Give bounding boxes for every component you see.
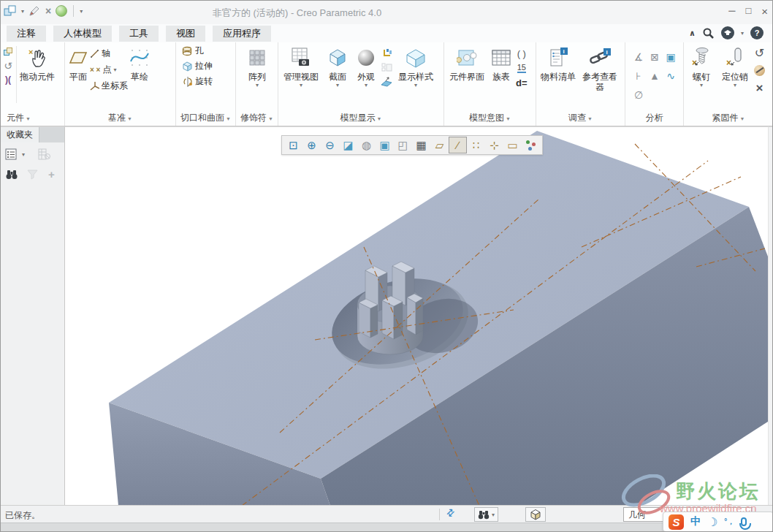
ime-punctuation-icon[interactable]: °，	[724, 517, 734, 527]
edit-pencil-icon[interactable]	[28, 5, 41, 17]
measure-extents-icon[interactable]: ⊠	[647, 48, 663, 66]
switch-dimensions-icon[interactable]: 15	[517, 64, 526, 73]
new-window-icon[interactable]	[4, 5, 17, 17]
curve-analysis-icon[interactable]: ∿	[663, 66, 679, 86]
annotation-display-icon[interactable]: ▭	[503, 137, 522, 153]
view-normal-icon[interactable]	[381, 77, 392, 87]
copy-component-icon[interactable]	[4, 48, 12, 56]
regenerate-sphere-icon[interactable]	[56, 5, 67, 17]
shading-style-icon[interactable]: ◍	[357, 137, 376, 153]
mass-properties-icon[interactable]: ▲	[647, 66, 663, 86]
appearances-button[interactable]: 外观 ▾	[353, 45, 379, 89]
parentheses-icon[interactable]: ( )	[517, 49, 526, 58]
hole-button[interactable]: 孔	[182, 45, 204, 57]
extrude-icon	[182, 61, 193, 72]
relations-icon[interactable]: d=	[516, 78, 528, 88]
pattern-button[interactable]: 阵列 ▾	[246, 45, 268, 89]
csys-button[interactable]: 坐标系	[90, 80, 128, 92]
group-label-modifiers[interactable]: 修饰符▼	[236, 110, 278, 126]
drag-components-button[interactable]: × 拖动元件	[18, 45, 56, 83]
axis-button[interactable]: 轴	[90, 48, 128, 60]
update-model-icon[interactable]: ⇄	[444, 506, 457, 519]
selection-options-button[interactable]	[525, 507, 546, 522]
ribbon-tab-row: 注释 人体模型 工具 视图 应用程序 ∧ ▾ ?	[1, 24, 773, 42]
measure-angle-icon[interactable]: ∡	[631, 48, 647, 66]
point-display-icon[interactable]: ∷	[467, 137, 485, 153]
tab-favorites[interactable]: 收藏夹	[1, 127, 39, 142]
plane-button[interactable]: 平面	[66, 45, 90, 83]
model-3d-view[interactable]	[65, 127, 768, 505]
sogou-logo-icon[interactable]: S	[669, 514, 684, 530]
annotation-bracket-icon[interactable]	[381, 48, 392, 58]
tab-annotate[interactable]: 注释	[7, 26, 46, 42]
collapse-ribbon-icon[interactable]: ∧	[689, 28, 696, 38]
help-icon[interactable]: ?	[750, 26, 764, 39]
fastener-undo-icon[interactable]: ↺	[755, 48, 764, 59]
dropdown-caret-icon[interactable]: ▾	[21, 8, 24, 15]
ime-fullhalf-moon-icon[interactable]: ☽	[707, 515, 717, 529]
plane-display-icon[interactable]: ▱	[430, 137, 449, 153]
find-button[interactable]: ▾	[474, 507, 498, 522]
tab-tools[interactable]: 工具	[119, 26, 159, 42]
tab-view[interactable]: 视图	[166, 26, 205, 42]
manage-views-button[interactable]: 管理视图 ▾	[280, 45, 322, 89]
measure-volume-icon[interactable]: ▣	[663, 48, 679, 66]
family-table-button[interactable]: 族表	[488, 45, 514, 83]
search-icon[interactable]	[702, 27, 715, 39]
binoculars-icon[interactable]	[5, 169, 18, 180]
close-window-icon[interactable]: ×	[45, 5, 51, 17]
tree-caret-icon[interactable]: ▾	[22, 151, 25, 158]
group-label-datum[interactable]: 基准▼	[65, 110, 175, 126]
tab-manikin[interactable]: 人体模型	[53, 26, 112, 42]
component-interface-button[interactable]: 元件界面	[446, 45, 488, 83]
display-style-icon[interactable]: ▣	[376, 137, 394, 153]
revolve-button[interactable]: 旋转	[182, 75, 213, 88]
group-label-fasteners[interactable]: 紧固件▼	[684, 110, 773, 126]
dowel-pin-button[interactable]: × 定位销 ▾	[717, 45, 753, 89]
learning-connector-icon[interactable]	[721, 26, 734, 39]
model-tree-icon[interactable]	[5, 148, 18, 161]
saved-orientations-icon[interactable]: ◰	[394, 137, 412, 153]
repaint-icon[interactable]: ◪	[339, 137, 357, 153]
bom-button[interactable]: i 物料清单	[538, 45, 579, 83]
refit-icon[interactable]: ⊡	[284, 137, 302, 153]
fastener-delete-icon[interactable]: ×	[756, 82, 764, 94]
sketch-button[interactable]: 草绘	[128, 45, 151, 83]
csys-display-icon[interactable]: ⊹	[485, 137, 503, 153]
point-button[interactable]: × × 点 ▾	[90, 64, 128, 76]
zoom-out-icon[interactable]: ⊖	[321, 137, 339, 153]
connector-caret-icon[interactable]: ▾	[741, 30, 744, 37]
axis-display-icon[interactable]: ∕	[449, 137, 467, 153]
fastener-edit-icon[interactable]	[754, 65, 765, 76]
maximize-button[interactable]: □	[745, 5, 751, 18]
ime-voice-mic-icon[interactable]	[741, 517, 747, 526]
display-style-button[interactable]: 显示样式 ▾	[395, 45, 437, 89]
group-label-model-intent[interactable]: 模型意图▼	[444, 110, 536, 126]
zoom-in-icon[interactable]: ⊕	[302, 137, 321, 153]
customize-caret-icon[interactable]: ▾	[80, 8, 83, 15]
tab-applications[interactable]: 应用程序	[213, 26, 271, 42]
creo-window: ▾ × ▾ 非官方的 (活动的) - Creo Parametric 4.0 ─…	[0, 0, 773, 532]
ime-lang-toggle[interactable]: 中	[690, 515, 701, 528]
measure-distance-icon[interactable]: ⊦	[631, 66, 647, 86]
graphics-area[interactable]: ⊡ ⊕ ⊖ ◪ ◍ ▣ ◰ ▦ ▱ ∕ ∷ ⊹ ▭	[65, 126, 768, 505]
group-label-cuts[interactable]: 切口和曲面▼	[176, 110, 235, 126]
view-manager-icon[interactable]: ▦	[412, 137, 430, 153]
measure-diameter-icon[interactable]: ∅	[631, 86, 647, 104]
extrude-button[interactable]: 拉伸	[182, 60, 213, 72]
component-display-icon[interactable]	[381, 62, 392, 72]
group-label-investigate[interactable]: 调查▼	[536, 110, 625, 126]
spin-center-icon[interactable]	[522, 137, 540, 153]
group-label-component[interactable]: 元件▼	[1, 110, 64, 126]
minimize-button[interactable]: ─	[728, 5, 735, 18]
undo-icon[interactable]: ↺	[4, 61, 12, 71]
reference-viewer-button[interactable]: i 参考查看器	[579, 45, 621, 93]
component-interface-icon	[457, 45, 477, 70]
group-label-model-display[interactable]: 模型显示▼	[278, 110, 443, 126]
group-label-analysis[interactable]: 分析	[625, 110, 683, 126]
viewport-right-gutter[interactable]	[768, 126, 773, 505]
screw-button[interactable]: × 螺钉 ▾	[685, 45, 717, 89]
close-button[interactable]: ×	[761, 5, 768, 18]
sections-button[interactable]: 截面 ▾	[322, 45, 353, 89]
mirror-component-icon[interactable]: )(	[5, 75, 11, 84]
